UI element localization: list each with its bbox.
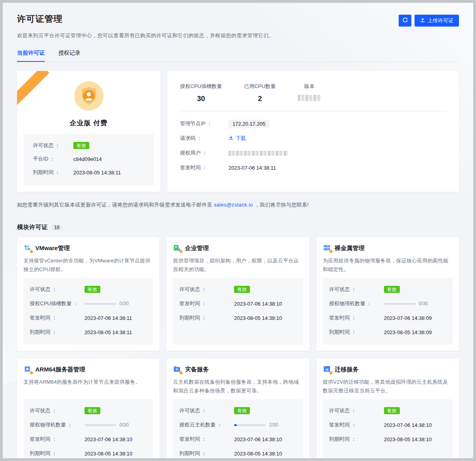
paid-badge-icon xyxy=(30,250,34,254)
mgmt-node-ip-value: 172.20.17.205 xyxy=(228,120,269,128)
paid-badge-icon xyxy=(30,371,34,375)
expire-time-value: 2023-08-05 14:38:09 xyxy=(384,329,432,335)
tab-current-license[interactable]: 当前许可证 xyxy=(17,50,45,62)
authorized-user-redacted-value xyxy=(228,151,288,156)
status-label: 许可状态 ： xyxy=(179,286,234,293)
issue-time-value: 2023-07-06 14:38:09 xyxy=(384,315,432,321)
expire-time-value: 2023-08-05 14:38:10 xyxy=(234,451,282,457)
module-title: 裸金属管理 xyxy=(335,245,365,252)
module-card-disaster-recovery: 灾备服务 云主机数据在线备份到备份服务器，支持本地，跨地域和混合云多种备份场景，… xyxy=(167,359,309,461)
expire-time-label: 到期时间 ： xyxy=(33,169,73,176)
module-card-arm64: ARM64服务器管理 支持将ARM64的服务器作为计算节点来提供服务。 许可状态… xyxy=(17,359,159,461)
module-info-box: 许可状态 ： 有效 签发时间 ： 2023-07-06 14:38:10 到期时… xyxy=(173,278,303,344)
issue-time-value: 2023-07-06 14:38:11 xyxy=(228,165,276,171)
page-subtitle: 欢迎来到云平台许可证管理中心，您可以查看所有已购买的许可证和它们的状态，并根据您… xyxy=(17,32,459,39)
download-link-label: 下载 xyxy=(236,135,246,142)
issue-time-value: 2023-07-06 14:38:10 xyxy=(384,422,432,428)
expire-time-value: 2023-08-05 14:38:10 xyxy=(384,436,432,442)
status-badge: 有效 xyxy=(84,407,100,414)
status-label: 许可状态 ： xyxy=(329,286,384,293)
module-title: VMware管理 xyxy=(35,245,70,252)
modules-count-badge: 10 xyxy=(51,224,63,231)
issue-time-label: 签发时间 ： xyxy=(179,300,234,307)
quota-progress: 0/30 xyxy=(84,301,129,306)
quota-label: 授权物理机数量 ： xyxy=(329,300,384,307)
request-code-label: 请求码 ： xyxy=(180,135,228,142)
module-card-enterprise: 企业管理 提供管理项目，组织架构，用户，权限，以及云平台运营相关的功能。 许可状… xyxy=(167,237,309,351)
module-description: 支持将ARM64的服务器作为计算节点来提供服务。 xyxy=(23,378,153,395)
status-badge: 有效 xyxy=(384,286,400,293)
version-label: 版本 xyxy=(298,83,321,90)
module-title: 企业管理 xyxy=(185,245,209,252)
status-badge: 有效 xyxy=(234,286,250,293)
expire-time-label: 到期时间 ： xyxy=(30,450,84,457)
platform-id-value: c84d09e014 xyxy=(73,156,102,162)
expire-time-label: 到期时间 ： xyxy=(329,436,384,443)
arm64-chip-icon xyxy=(23,365,32,374)
expire-time-label: 到期时间 ： xyxy=(329,329,384,336)
module-card-baremetal: 裸金属管理 为应用提供专属的物理服务器，保证核心应用的高性能和稳定性。 许可状态… xyxy=(317,237,459,351)
refresh-button[interactable] xyxy=(399,15,411,27)
quota-fraction: 0/30 xyxy=(119,301,129,306)
module-info-box: 许可状态 ： 有效 签发时间 ： 2023-07-06 14:38:10 到期时… xyxy=(323,399,453,461)
note-text-before: 如您需要升级到其它版本或更新许可证，请将您的请求码和升级需求发送电子邮件至 xyxy=(17,202,214,208)
module-info-box: 许可状态 ： 有效 授权物理机数量 ： 0/30 签发时间 ： 2023-07-… xyxy=(323,278,453,344)
page-title: 许可证管理 xyxy=(17,13,63,25)
expire-time-value: 2023-08-05 14:38:11 xyxy=(73,170,121,176)
paid-badge-icon xyxy=(179,250,183,254)
status-label: 许可状态 ： xyxy=(329,407,384,414)
platform-id-label: 平台ID ： xyxy=(33,155,73,163)
license-stats: 授权CPU插槽数量 30 已用CPU数量 2 版本 xyxy=(180,83,446,103)
quota-label: 授权云主机数量 ： xyxy=(179,421,234,428)
module-description: 提供V2V的迁移功能，将其他虚拟环境的云主机系统及数据完整迁移至当前云平台。 xyxy=(323,378,453,395)
used-cpu-value: 2 xyxy=(244,95,275,103)
issue-time-value: 2023-07-06 14:38:10 xyxy=(234,301,282,307)
license-info-box: 许可状态 ： 有效 平台ID ： c84d09e014 到期时间 ： 2023-… xyxy=(23,134,154,186)
cpu-slot-quota-label: 授权CPU插槽数量 xyxy=(180,83,222,90)
issue-time-value: 2023-07-06 14:38:10 xyxy=(84,436,132,442)
license-status-label: 许可状态 ： xyxy=(33,142,73,149)
issue-time-label: 签发时间 ： xyxy=(179,436,234,443)
expire-time-value: 2023-08-05 14:38:10 xyxy=(234,315,282,321)
status-label: 许可状态 ： xyxy=(30,286,84,293)
module-info-box: 许可状态 ： 有效 授权物理机数量 ： 0/30 签发时间 ： 2023-07-… xyxy=(23,399,153,461)
note-text-after: ，我们将尽快与您联系! xyxy=(253,202,309,208)
status-badge: 有效 xyxy=(234,407,250,414)
upload-license-button[interactable]: 上传许可证 xyxy=(415,15,459,27)
expire-time-label: 到期时间 ： xyxy=(179,450,234,457)
module-card-migration: 迁移服务 提供V2V的迁移功能，将其他虚拟环境的云主机系统及数据完整迁移至当前云… xyxy=(317,359,459,461)
status-label: 许可状态 ： xyxy=(179,407,234,414)
license-shield-icon xyxy=(74,81,104,111)
status-badge: 有效 xyxy=(84,286,100,293)
expire-time-label: 到期时间 ： xyxy=(30,329,84,336)
quota-progress: 0/30 xyxy=(384,301,428,306)
license-detail-card: 授权CPU插槽数量 30 已用CPU数量 2 版本 管理节点IP ： 172.2… xyxy=(167,71,459,192)
quota-fraction: 0/30 xyxy=(119,422,129,428)
issue-time-label: 签发时间 ： xyxy=(30,436,84,443)
module-description: 提供管理项目，组织架构，用户，权限，以及云平台运营相关的功能。 xyxy=(173,256,303,274)
module-info-box: 许可状态 ： 有效 授权CPU插槽数量 ： 0/30 签发时间 ： 2023-0… xyxy=(23,278,153,344)
module-card-vmware: VMware管理 支持接管vCenter的全功能，为VMware的计算节点提供独… xyxy=(17,237,159,351)
modules-section-title: 模块许可证 xyxy=(17,224,48,231)
download-request-code-link[interactable]: 下载 xyxy=(228,135,246,142)
module-license-grid: VMware管理 支持接管vCenter的全功能，为VMware的计算节点提供独… xyxy=(17,237,459,461)
quota-fraction: 0/30 xyxy=(419,301,428,306)
dashed-divider xyxy=(180,111,446,111)
quota-progress: 2/30 xyxy=(234,422,278,428)
issue-time-value: 2023-07-06 14:38:10 xyxy=(234,436,282,442)
sales-email-link[interactable]: sales@zstack.io xyxy=(214,202,253,208)
tab-bar: 当前许可证 授权记录 xyxy=(17,50,459,62)
quota-label: 授权CPU插槽数量 ： xyxy=(30,300,84,307)
page-header: 许可证管理 上传许可证 xyxy=(17,13,459,27)
issue-time-label: 签发时间 ： xyxy=(30,314,84,321)
module-title: 迁移服务 xyxy=(335,366,359,373)
issue-time-label: 签发时间 ： xyxy=(329,314,384,321)
version-redacted-value xyxy=(298,95,321,101)
quota-label: 授权物理机数量 ： xyxy=(30,421,84,428)
license-summary-card: 企业版 付费 许可状态 ： 有效 平台ID ： c84d09e014 到期时间 … xyxy=(17,71,160,192)
backup-folder-icon xyxy=(173,365,182,374)
tab-authorization-record[interactable]: 授权记录 xyxy=(58,50,81,62)
upgrade-note: 如您需要升级到其它版本或更新许可证，请将您的请求码和升级需求发送电子邮件至 sa… xyxy=(17,201,459,209)
module-description: 为应用提供专属的物理服务器，保证核心应用的高性能和稳定性。 xyxy=(323,256,453,274)
migration-arrow-icon xyxy=(323,365,332,374)
